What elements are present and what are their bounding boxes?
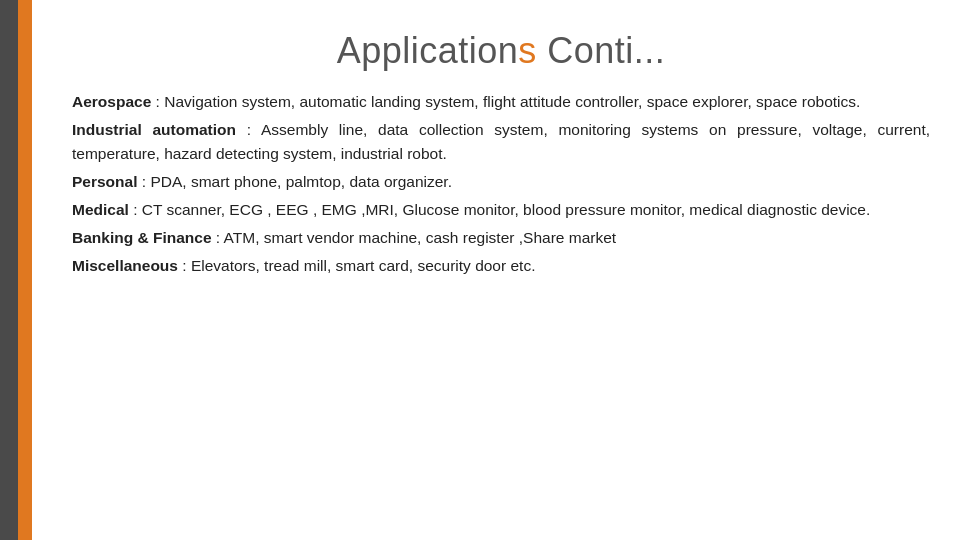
- label-banking: Banking & Finance: [72, 229, 212, 246]
- label-industrial: Industrial automation: [72, 121, 236, 138]
- sep-medical: : CT scanner, ECG , EEG , EMG ,MRI, Gluc…: [129, 201, 870, 218]
- title-suffix: Conti...: [537, 30, 666, 71]
- title-highlight: s: [518, 30, 537, 71]
- section-industrial: Industrial automation : Assembly line, d…: [72, 118, 930, 166]
- sep-aerospace: : Navigation system, automatic landing s…: [151, 93, 860, 110]
- accent-bar-dark: [0, 0, 18, 540]
- slide-title: Applications Conti...: [72, 30, 930, 72]
- title-prefix: Application: [337, 30, 519, 71]
- slide: Applications Conti... Aerospace : Naviga…: [0, 0, 960, 540]
- section-personal: Personal : PDA, smart phone, palmtop, da…: [72, 170, 930, 194]
- content-area: Applications Conti... Aerospace : Naviga…: [52, 0, 960, 540]
- section-aerospace: Aerospace : Navigation system, automatic…: [72, 90, 930, 114]
- sep-personal: : PDA, smart phone, palmtop, data organi…: [137, 173, 451, 190]
- label-misc: Miscellaneous: [72, 257, 178, 274]
- section-banking: Banking & Finance : ATM, smart vendor ma…: [72, 226, 930, 250]
- section-medical: Medical : CT scanner, ECG , EEG , EMG ,M…: [72, 198, 930, 222]
- sep-misc: : Elevators, tread mill, smart card, sec…: [178, 257, 535, 274]
- section-misc: Miscellaneous : Elevators, tread mill, s…: [72, 254, 930, 278]
- body-text: Aerospace : Navigation system, automatic…: [72, 90, 930, 282]
- title-area: Applications Conti...: [72, 20, 930, 72]
- sep-banking: : ATM, smart vendor machine, cash regist…: [212, 229, 617, 246]
- accent-bar-orange: [18, 0, 32, 540]
- label-aerospace: Aerospace: [72, 93, 151, 110]
- label-personal: Personal: [72, 173, 137, 190]
- label-medical: Medical: [72, 201, 129, 218]
